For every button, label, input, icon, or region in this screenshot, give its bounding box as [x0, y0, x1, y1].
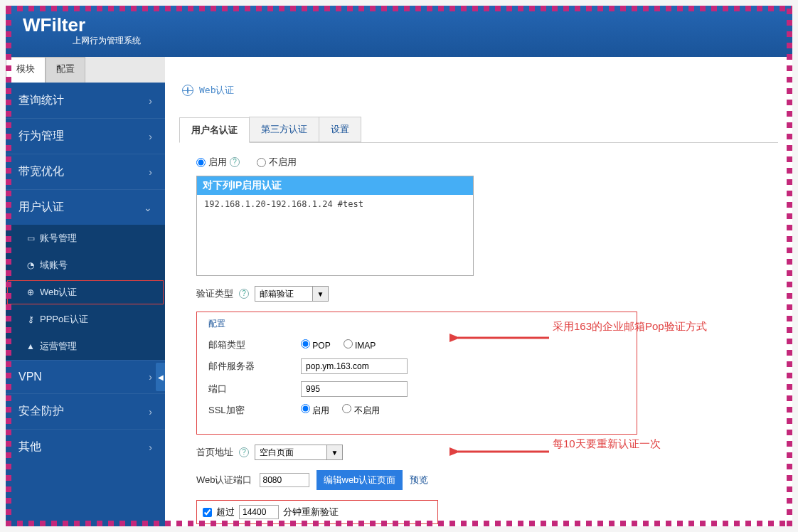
sidebar-submenu-user-auth: ▭账号管理 ◔域账号 ⊕Web认证 ⚷PPPoE认证 ▲运营管理 — [6, 225, 165, 360]
sidebar-item-label: 域账号 — [40, 259, 68, 272]
sidebar-item-label: 查询统计 — [18, 93, 64, 108]
home-url-select[interactable]: ▼ — [255, 445, 343, 460]
ssl-disable-radio[interactable] — [342, 404, 351, 413]
chevron-right-icon: › — [149, 371, 152, 383]
port-input[interactable] — [301, 381, 408, 397]
content-area: Web认证 用户名认证 第三方认证 设置 启用 ? 不启用 对下列IP启用认证 … — [165, 57, 792, 526]
ssl-disable-label[interactable]: 不启用 — [342, 404, 379, 417]
disable-radio[interactable] — [257, 158, 266, 167]
preview-link[interactable]: 预览 — [410, 474, 428, 486]
mail-type-label: 邮箱类型 — [208, 339, 301, 351]
mail-server-input[interactable] — [301, 358, 408, 374]
disable-radio-label[interactable]: 不启用 — [257, 156, 297, 169]
sidebar-item-behavior[interactable]: 行为管理› — [6, 118, 165, 154]
mail-type-imap-label[interactable]: IMAP — [344, 339, 376, 351]
sidebar-item-account-mgmt[interactable]: ▭账号管理 — [6, 225, 165, 252]
chevron-right-icon: › — [149, 166, 152, 178]
sidebar-item-label: Web认证 — [40, 286, 78, 299]
mail-type-pop-label[interactable]: POP — [301, 339, 331, 351]
auth-type-label: 验证类型 — [196, 287, 233, 300]
sidebar-item-label: PPPoE认证 — [40, 313, 88, 326]
reauth-suffix: 分钟重新验证 — [283, 506, 339, 518]
help-icon[interactable]: ? — [230, 157, 240, 167]
dropdown-icon[interactable]: ▼ — [326, 445, 342, 459]
port-label: 端口 — [208, 383, 301, 395]
ip-range-box: 对下列IP启用认证 192.168.1.20-192.168.1.24 #tes… — [196, 176, 474, 276]
ssl-enable-label[interactable]: 启用 — [301, 404, 329, 417]
ip-range-header: 对下列IP启用认证 — [197, 176, 473, 195]
sidebar-item-label: 行为管理 — [18, 129, 64, 144]
sidebar-item-web-auth[interactable]: ⊕Web认证 — [6, 279, 165, 306]
reauth-checkbox[interactable] — [203, 508, 212, 517]
auth-type-select[interactable]: ▼ — [255, 286, 329, 302]
chevron-right-icon: › — [149, 95, 152, 107]
ip-range-textarea[interactable]: 192.168.1.20-192.168.1.24 #test — [197, 195, 473, 273]
id-card-icon: ▭ — [26, 233, 36, 243]
sidebar-item-query-stats[interactable]: 查询统计› — [6, 83, 165, 118]
brand-subtitle: 上网行为管理系统 — [73, 35, 775, 47]
reauth-row: 超过 分钟重新验证 — [196, 500, 438, 524]
sidebar-item-domain-account[interactable]: ◔域账号 — [6, 252, 165, 279]
sidebar-item-other[interactable]: 其他› — [6, 429, 165, 464]
sidebar-item-label: VPN — [18, 371, 42, 383]
sidebar-item-bandwidth[interactable]: 带宽优化› — [6, 154, 165, 189]
ssl-label: SSL加密 — [208, 404, 301, 417]
mail-type-pop-radio[interactable] — [301, 339, 310, 349]
mail-server-label: 邮件服务器 — [208, 360, 301, 373]
tab-thirdparty-auth[interactable]: 第三方认证 — [249, 117, 319, 142]
page-title: Web认证 — [182, 84, 778, 97]
reauth-prefix: 超过 — [216, 506, 235, 518]
globe-icon: ⊕ — [26, 287, 36, 297]
home-url-label: 首页地址 — [196, 446, 233, 459]
help-icon[interactable]: ? — [239, 447, 249, 457]
tab-username-auth[interactable]: 用户名认证 — [179, 117, 250, 143]
web-port-label: Web认证端口 — [196, 474, 252, 486]
chevron-right-icon: › — [149, 406, 152, 417]
config-legend: 配置 — [208, 318, 625, 330]
sidebar-item-label: 安全防护 — [18, 404, 64, 419]
dropdown-icon[interactable]: ▼ — [312, 287, 328, 301]
brand-title: WFilter — [23, 14, 85, 36]
disable-text: 不启用 — [269, 156, 297, 169]
chevron-right-icon: › — [149, 131, 152, 142]
globe-icon — [182, 85, 193, 96]
page-title-text: Web认证 — [199, 84, 234, 97]
ssl-enable-radio[interactable] — [301, 404, 310, 413]
web-port-input[interactable] — [260, 473, 309, 487]
sidebar-item-label: 运营管理 — [40, 340, 77, 353]
sidebar-item-pppoe-auth[interactable]: ⚷PPPoE认证 — [6, 306, 165, 333]
sidebar-item-label: 带宽优化 — [18, 164, 64, 179]
reauth-minutes-input[interactable] — [239, 505, 279, 519]
sidebar-item-label: 其他 — [18, 440, 41, 454]
sidebar-item-vpn[interactable]: VPN› — [6, 360, 165, 393]
enable-radio[interactable] — [196, 158, 206, 167]
chevron-down-icon: ⌄ — [144, 202, 152, 213]
tab-settings[interactable]: 设置 — [319, 117, 361, 142]
sidebar-item-user-auth[interactable]: 用户认证⌄ — [6, 189, 165, 225]
sidebar-item-security[interactable]: 安全防护› — [6, 393, 165, 429]
help-icon[interactable]: ? — [239, 289, 249, 299]
key-icon: ⚷ — [26, 314, 36, 324]
auth-type-value[interactable] — [255, 287, 312, 301]
mail-type-imap-radio[interactable] — [344, 339, 353, 349]
sidebar-item-label: 账号管理 — [40, 232, 77, 245]
clock-icon: ◔ — [26, 260, 36, 270]
app-header: WFilter 上网行为管理系统 — [6, 6, 792, 57]
inner-tabs: 用户名认证 第三方认证 设置 — [179, 117, 778, 143]
sidebar-top-tabs: 模块 配置 — [6, 57, 165, 83]
tab-config[interactable]: 配置 — [46, 57, 85, 83]
sidebar-item-ops-mgmt[interactable]: ▲运营管理 — [6, 333, 165, 360]
edit-web-page-button[interactable]: 编辑web认证页面 — [316, 470, 403, 490]
sidebar-item-label: 用户认证 — [18, 200, 64, 215]
user-icon: ▲ — [26, 341, 36, 351]
chevron-right-icon: › — [149, 442, 152, 453]
sidebar-collapse-handle[interactable]: ◀ — [156, 363, 166, 391]
mail-config-fieldset: 配置 邮箱类型 POP IMAP 邮件服务器 — [196, 312, 637, 435]
tab-modules[interactable]: 模块 — [6, 57, 46, 83]
sidebar: 模块 配置 查询统计› 行为管理› 带宽优化› 用户认证⌄ ▭账号管理 ◔域账号… — [6, 57, 165, 526]
enable-radio-label[interactable]: 启用 ? — [196, 156, 240, 169]
enable-text: 启用 — [208, 156, 227, 169]
home-url-value[interactable] — [255, 445, 326, 459]
